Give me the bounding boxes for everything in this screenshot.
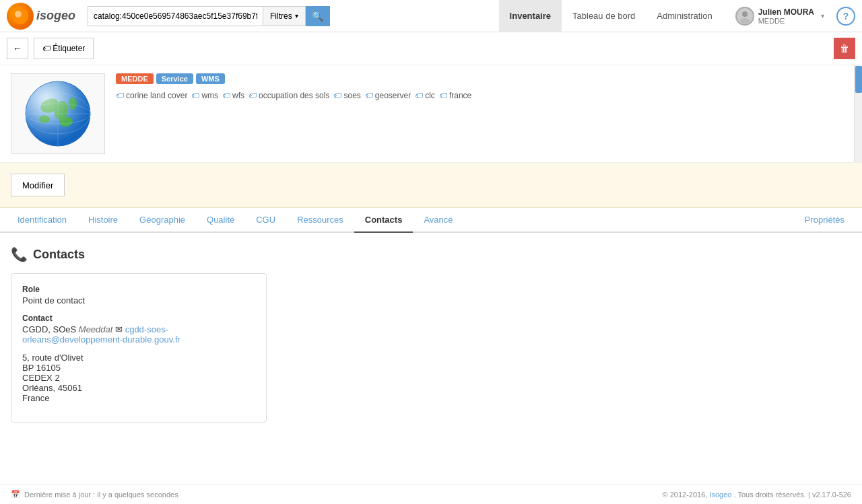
modify-section: Modifier: [0, 163, 862, 208]
filter-dropdown-arrow: ▾: [295, 12, 298, 20]
search-input[interactable]: [88, 6, 263, 26]
address-line2: BP 16105: [22, 363, 255, 373]
scrollbar-thumb: [855, 66, 862, 93]
address-line5: France: [22, 393, 255, 403]
tags: 🏷corine land cover 🏷wms 🏷wfs 🏷occupation…: [116, 91, 851, 100]
tab-qualite[interactable]: Qualité: [196, 208, 245, 233]
tab-identification[interactable]: Identification: [7, 208, 77, 233]
user-name: Julien MOURA: [758, 7, 814, 17]
tab-geographie[interactable]: Géographie: [129, 208, 196, 233]
svg-point-1: [15, 11, 22, 17]
badge-medde: MEDDE: [116, 73, 154, 84]
contact-address: 5, route d'Olivet BP 16105 CEDEX 2 Orléa…: [22, 353, 255, 403]
record-thumbnail: [11, 73, 105, 154]
address-line1: 5, route d'Olivet: [22, 353, 255, 363]
tag-corine-land-cover[interactable]: 🏷corine land cover: [116, 91, 187, 100]
help-button[interactable]: ?: [836, 7, 855, 26]
address-line3: CEDEX 2: [22, 373, 255, 383]
delete-button[interactable]: 🗑: [834, 38, 855, 59]
tab-histoire[interactable]: Histoire: [77, 208, 129, 233]
tabs: Identification Histoire Géographie Quali…: [0, 208, 862, 233]
tag-france[interactable]: 🏷france: [439, 91, 471, 100]
badge-service: Service: [156, 73, 193, 84]
filter-button[interactable]: Filtres ▾: [263, 6, 306, 26]
tab-proprietes[interactable]: Propriétés: [794, 208, 855, 233]
svg-point-2: [742, 11, 748, 17]
back-button[interactable]: ←: [7, 38, 28, 59]
user-info: Julien MOURA MEDDE: [758, 7, 814, 25]
tab-ressources[interactable]: Ressources: [286, 208, 354, 233]
tag-geoserver[interactable]: 🏷geoserver: [365, 91, 411, 100]
record-header: MEDDE Service WMS 🏷corine land cover 🏷wm…: [0, 65, 862, 163]
record-info: MEDDE Service WMS 🏷corine land cover 🏷wm…: [116, 73, 851, 100]
role-label: Role: [22, 285, 255, 294]
contact-org-italic-text: Meeddat: [79, 324, 113, 334]
user-area[interactable]: Julien MOURA MEDDE ▾: [729, 7, 831, 26]
nav-administration[interactable]: Administration: [646, 0, 723, 32]
contact-card: Role Point de contact Contact CGDD, SOeS…: [11, 273, 267, 423]
filter-label: Filtres: [270, 11, 292, 21]
avatar: [735, 7, 754, 26]
scrollbar[interactable]: [854, 65, 862, 162]
contacts-icon: 📞: [11, 246, 28, 262]
contact-org: CGDD, SOeS Meeddat ✉ cgdd-soes-orleans@d…: [22, 324, 255, 345]
svg-point-3: [740, 18, 750, 24]
contact-email-icon: ✉: [115, 324, 125, 334]
logo-text: isogeo: [36, 9, 75, 23]
toolbar: ← 🏷 Étiqueter 🗑: [0, 32, 862, 65]
contacts-section-title: 📞 Contacts: [11, 246, 851, 262]
contacts-title: Contacts: [33, 248, 85, 262]
top-navigation: isogeo Filtres ▾ 🔍 Inventaire Tableau de…: [0, 0, 862, 32]
tag-wms[interactable]: 🏷wms: [191, 91, 218, 100]
tag-soes[interactable]: 🏷soes: [333, 91, 360, 100]
logo-icon: [7, 3, 34, 30]
tag-wfs[interactable]: 🏷wfs: [222, 91, 244, 100]
role-value: Point de contact: [22, 295, 255, 305]
tag-occupation-des-sols[interactable]: 🏷occupation des sols: [248, 91, 329, 100]
nav-inventaire[interactable]: Inventaire: [499, 0, 562, 32]
modify-button[interactable]: Modifier: [11, 174, 65, 196]
tag-clc[interactable]: 🏷clc: [415, 91, 435, 100]
nav-tableau-de-bord[interactable]: Tableau de bord: [562, 0, 646, 32]
contact-label: Contact: [22, 314, 255, 323]
svg-point-14: [26, 81, 90, 146]
user-org: MEDDE: [758, 17, 814, 25]
tab-cgu[interactable]: CGU: [245, 208, 286, 233]
search-group: Filtres ▾ 🔍: [88, 6, 330, 26]
badges: MEDDE Service WMS: [116, 73, 851, 84]
contact-org-name: CGDD, SOeS: [22, 324, 76, 334]
tab-contacts[interactable]: Contacts: [354, 208, 413, 233]
user-dropdown-arrow: ▾: [821, 12, 824, 20]
search-button[interactable]: 🔍: [306, 6, 330, 26]
address-line4: Orléans, 45061: [22, 383, 255, 393]
label-button[interactable]: 🏷 Étiqueter: [34, 38, 94, 59]
main-nav: Inventaire Tableau de bord Administratio…: [499, 0, 723, 32]
main-content: 📞 Contacts Role Point de contact Contact…: [0, 233, 862, 436]
globe-icon: [24, 80, 92, 147]
tab-avance[interactable]: Avancé: [413, 208, 463, 233]
logo[interactable]: isogeo: [7, 3, 75, 30]
badge-wms: WMS: [196, 73, 225, 84]
